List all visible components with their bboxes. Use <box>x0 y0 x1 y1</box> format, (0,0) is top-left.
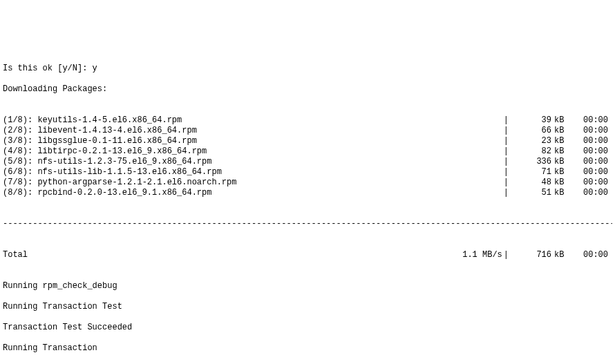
package-unit: kB <box>551 115 569 126</box>
package-size: 39 <box>510 115 551 126</box>
package-time: 00:00 <box>569 146 612 157</box>
pipe-sep: | <box>502 250 510 260</box>
package-row: (7/8): python-argparse-1.2.1-2.1.el6.noa… <box>3 178 612 188</box>
total-label: Total <box>3 250 447 260</box>
pipe-sep: | <box>502 136 510 146</box>
package-row: (2/8): libevent-1.4.13-4.el6.x86_64.rpm|… <box>3 126 612 136</box>
package-size: 23 <box>510 136 551 146</box>
package-unit: kB <box>551 188 569 198</box>
package-row: (1/8): keyutils-1.4-5.el6.x86_64.rpm|39k… <box>3 115 612 126</box>
prompt-line: Is this ok [y/N]: y <box>3 64 612 74</box>
package-size: 336 <box>510 157 551 167</box>
package-size: 48 <box>510 178 551 188</box>
pipe-sep: | <box>502 178 510 188</box>
package-time: 00:00 <box>569 188 612 198</box>
pipe-sep: | <box>502 115 510 126</box>
total-size: 716 <box>510 250 551 260</box>
package-unit: kB <box>551 157 569 167</box>
total-unit: kB <box>551 250 569 260</box>
separator-line: ----------------------------------------… <box>3 219 612 229</box>
package-time: 00:00 <box>569 126 612 136</box>
total-speed: 1.1 MB/s <box>447 250 502 260</box>
package-name: (7/8): python-argparse-1.2.1-2.1.el6.noa… <box>3 178 236 188</box>
package-name: (5/8): nfs-utils-1.2.3-75.el6_9.x86_64.r… <box>3 157 211 167</box>
package-size: 82 <box>510 146 551 157</box>
package-row: (5/8): nfs-utils-1.2.3-75.el6_9.x86_64.r… <box>3 157 612 167</box>
package-unit: kB <box>551 126 569 136</box>
package-size: 51 <box>510 188 551 198</box>
pipe-sep: | <box>502 146 510 157</box>
package-name: (6/8): nfs-utils-lib-1.1.5-13.el6.x86_64… <box>3 167 222 178</box>
running-trans-line: Running Transaction <box>3 343 612 354</box>
package-row: (6/8): nfs-utils-lib-1.1.5-13.el6.x86_64… <box>3 167 612 178</box>
package-time: 00:00 <box>569 157 612 167</box>
package-name: (3/8): libgssglue-0.1-11.el6.x86_64.rpm <box>3 136 197 146</box>
pipe-sep: | <box>502 167 510 178</box>
package-unit: kB <box>551 167 569 178</box>
package-time: 00:00 <box>569 167 612 178</box>
trans-test-line: Running Transaction Test <box>3 302 612 312</box>
trans-succeeded-line: Transaction Test Succeeded <box>3 323 612 333</box>
package-name: (2/8): libevent-1.4.13-4.el6.x86_64.rpm <box>3 126 197 136</box>
package-name: (8/8): rpcbind-0.2.0-13.el6_9.1.x86_64.r… <box>3 188 211 198</box>
package-time: 00:00 <box>569 115 612 126</box>
downloading-header: Downloading Packages: <box>3 84 612 95</box>
package-row: (4/8): libtirpc-0.2.1-13.el6_9.x86_64.rp… <box>3 146 612 157</box>
package-unit: kB <box>551 178 569 188</box>
package-unit: kB <box>551 136 569 146</box>
rpm-check-line: Running rpm_check_debug <box>3 281 612 291</box>
pipe-sep: | <box>502 157 510 167</box>
terminal-output: Is this ok [y/N]: y Downloading Packages… <box>3 43 612 364</box>
package-size: 71 <box>510 167 551 178</box>
total-time: 00:00 <box>569 250 612 260</box>
total-line: Total 1.1 MB/s | 716 kB 00:00 <box>3 250 612 260</box>
package-row: (3/8): libgssglue-0.1-11.el6.x86_64.rpm|… <box>3 136 612 146</box>
package-time: 00:00 <box>569 178 612 188</box>
package-unit: kB <box>551 146 569 157</box>
package-row: (8/8): rpcbind-0.2.0-13.el6_9.1.x86_64.r… <box>3 188 612 198</box>
package-size: 66 <box>510 126 551 136</box>
package-name: (1/8): keyutils-1.4-5.el6.x86_64.rpm <box>3 115 182 126</box>
package-time: 00:00 <box>569 136 612 146</box>
package-name: (4/8): libtirpc-0.2.1-13.el6_9.x86_64.rp… <box>3 146 207 157</box>
pipe-sep: | <box>502 188 510 198</box>
pipe-sep: | <box>502 126 510 136</box>
